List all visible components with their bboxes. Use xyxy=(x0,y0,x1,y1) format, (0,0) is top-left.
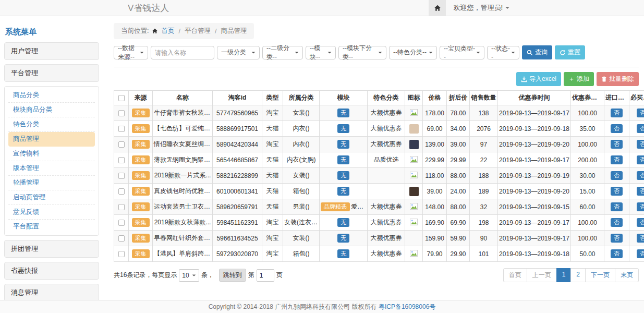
must-buy-cell: 否 xyxy=(629,152,644,168)
select-all-checkbox[interactable] xyxy=(118,95,125,101)
price-cell: 178.00 xyxy=(423,105,447,121)
user-menu[interactable]: 欢迎您，管理员! xyxy=(453,3,509,13)
name-search-input[interactable] xyxy=(151,46,214,59)
import-select-badge[interactable]: 否 xyxy=(611,234,623,243)
row-checkbox[interactable] xyxy=(118,173,125,179)
coupon-amount-cell: 100.00 xyxy=(571,137,604,152)
source-badge: 采集 xyxy=(132,124,150,133)
top-navbar: V省钱达人 欢迎您，管理员! xyxy=(0,0,644,16)
must-buy-badge[interactable]: 否 xyxy=(637,218,644,227)
must-buy-badge[interactable]: 否 xyxy=(637,155,644,164)
filter-select[interactable]: --模块下分类-- xyxy=(338,46,386,59)
filter-select[interactable]: --宝贝类型-- xyxy=(440,46,484,59)
column-header: 进口优选 xyxy=(604,91,629,105)
row-checkbox[interactable] xyxy=(118,157,125,163)
must-buy-badge[interactable]: 否 xyxy=(637,124,644,133)
coupon-amount-cell: 60.00 xyxy=(571,199,604,215)
sidebar-item[interactable]: 拼团管理 xyxy=(4,240,99,258)
table-panel: 导入excel ＋ 添加 批量删除 来源名称淘客id类型所属分类模块特色分类图标… xyxy=(114,67,639,282)
sidebar-item[interactable]: 轮播管理 xyxy=(8,176,95,190)
sidebar-item[interactable]: 版本管理 xyxy=(8,161,95,176)
type-cell: 淘宝 xyxy=(262,215,283,231)
row-checkbox[interactable] xyxy=(118,204,125,210)
must-buy-badge[interactable]: 否 xyxy=(637,202,644,211)
per-page-select[interactable]: 10 xyxy=(179,269,199,282)
sidebar-item[interactable]: 消息管理 xyxy=(4,284,99,302)
import-select-badge[interactable]: 否 xyxy=(611,202,623,211)
coupon-time-cell: 2019-09-13—2019-09-17 xyxy=(498,215,571,231)
sidebar-item[interactable]: 商品分类 xyxy=(8,88,95,103)
import-select-badge[interactable]: 否 xyxy=(611,187,623,196)
filter-select[interactable]: --数据来源-- xyxy=(114,46,148,59)
import-select-badge[interactable]: 否 xyxy=(611,218,623,227)
import-select-badge[interactable]: 否 xyxy=(611,124,623,133)
caret-down-icon xyxy=(505,7,509,9)
module-badge: 无 xyxy=(337,124,349,133)
row-checkbox[interactable] xyxy=(118,141,125,148)
sidebar-group-heading[interactable]: 平台管理 xyxy=(4,64,99,82)
must-buy-badge[interactable]: 否 xyxy=(637,249,644,258)
sidebar-item-active[interactable]: 商品管理 xyxy=(8,132,95,147)
import-select-badge[interactable]: 否 xyxy=(611,249,623,258)
row-checkbox[interactable] xyxy=(118,188,125,195)
coupon-time-cell: 2019-09-13—2019-09-19 xyxy=(498,168,571,184)
import-select-cell: 否 xyxy=(604,152,629,168)
table-row: 采集薄款无钢圈文胸聚拢性...565446685867天猫内衣(文胸)无品质优选… xyxy=(114,152,644,168)
must-buy-badge[interactable]: 否 xyxy=(637,187,644,196)
table-row: 采集早春网红针织外套女春...596611634525淘宝女装()无大额优惠券1… xyxy=(114,231,644,246)
import-select-badge[interactable]: 否 xyxy=(611,171,623,180)
sidebar-item[interactable]: 省惠快报 xyxy=(4,262,99,280)
module-cell: 无 xyxy=(320,246,368,262)
pager-button[interactable]: 上一页 xyxy=(527,268,557,282)
sidebar: 系统菜单 用户管理平台管理商品分类模块商品分类特色分类商品管理宣传物料版本管理轮… xyxy=(4,23,99,313)
sidebar-item[interactable]: 平台配置 xyxy=(8,220,95,234)
filter-select[interactable]: --特色分类-- xyxy=(389,46,437,59)
sidebar-item[interactable]: 特色分类 xyxy=(8,117,95,132)
row-checkbox[interactable] xyxy=(118,235,125,242)
filter-select[interactable]: 一级分类 xyxy=(217,46,260,59)
column-header: 优惠券时间 xyxy=(498,91,571,105)
reset-button[interactable]: 重置 xyxy=(555,45,585,59)
sidebar-item[interactable]: 意见反馈 xyxy=(8,205,95,220)
must-buy-badge[interactable]: 否 xyxy=(637,171,644,180)
pager-button[interactable]: 1 xyxy=(556,268,572,282)
checkbox-cell xyxy=(114,215,129,231)
row-checkbox[interactable] xyxy=(118,251,125,257)
row-checkbox[interactable] xyxy=(118,126,125,132)
row-checkbox[interactable] xyxy=(118,110,125,116)
sidebar-item[interactable]: 宣传物料 xyxy=(8,147,95,161)
must-buy-badge[interactable]: 否 xyxy=(637,140,644,149)
sidebar-item[interactable]: 启动页管理 xyxy=(8,190,95,205)
price-cell: 169.90 xyxy=(423,215,447,231)
import-select-badge[interactable]: 否 xyxy=(611,155,623,164)
row-checkbox[interactable] xyxy=(118,220,125,226)
batch-delete-button[interactable]: 批量删除 xyxy=(597,72,639,86)
add-button[interactable]: ＋ 添加 xyxy=(564,72,594,86)
jump-button[interactable]: 跳转到 xyxy=(219,269,246,282)
filter-select[interactable]: --状态-- xyxy=(487,46,519,59)
checkbox-cell xyxy=(114,231,129,246)
pager-button[interactable]: 下一页 xyxy=(585,268,615,282)
filter-select[interactable]: --二级分类-- xyxy=(262,46,303,59)
search-button[interactable]: 查询 xyxy=(522,45,552,59)
coupon-time-cell: 2019-09-13—2019-09-17 xyxy=(498,105,571,121)
table-row: 采集运动套装男士卫衣初秋...589620659791天猫男装()品牌精选爱上运… xyxy=(114,199,644,215)
import-select-badge[interactable]: 否 xyxy=(611,109,623,117)
import-select-badge[interactable]: 否 xyxy=(611,140,623,149)
pager-button[interactable]: 末页 xyxy=(615,268,639,282)
must-buy-badge[interactable]: 否 xyxy=(637,109,644,117)
sidebar-item[interactable]: 用户管理 xyxy=(4,42,99,60)
column-header: 名称 xyxy=(153,91,213,105)
page-number-input[interactable] xyxy=(257,269,274,282)
table-row: 采集2019新款一片式系...588216228899天猫女装()无118.00… xyxy=(114,168,644,184)
icp-link[interactable]: 粤ICP备16098006号 xyxy=(379,303,435,311)
sidebar-item[interactable]: 模块商品分类 xyxy=(8,103,95,117)
feature-cell xyxy=(368,168,405,184)
pager-button[interactable]: 首页 xyxy=(503,268,527,282)
must-buy-badge[interactable]: 否 xyxy=(637,234,644,243)
pager-button[interactable]: 2 xyxy=(570,268,586,282)
import-excel-button[interactable]: 导入excel xyxy=(516,72,561,86)
filter-select[interactable]: --模块-- xyxy=(306,46,336,59)
home-button[interactable] xyxy=(429,0,446,16)
breadcrumb-home-link[interactable]: 首页 xyxy=(161,27,174,35)
